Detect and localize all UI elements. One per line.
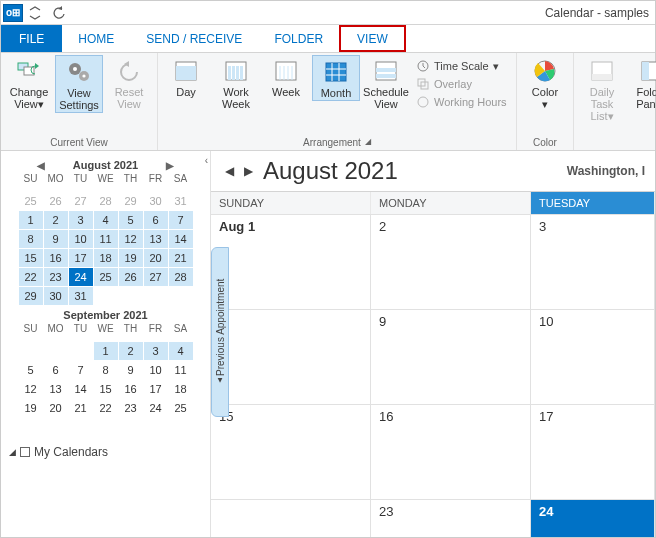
expand-icon[interactable]: ◢ — [9, 447, 16, 457]
mini-day[interactable]: 20 — [44, 399, 68, 417]
mini-day[interactable]: 21 — [169, 249, 193, 267]
mini-day[interactable]: 3 — [69, 211, 93, 229]
mini-day[interactable]: 8 — [19, 230, 43, 248]
calendar-day-cell[interactable]: 10 — [531, 309, 655, 404]
mini-day[interactable]: 29 — [119, 192, 143, 210]
mini-day[interactable]: 6 — [144, 211, 168, 229]
mini-day[interactable]: 22 — [94, 399, 118, 417]
week-button[interactable]: Week — [262, 55, 310, 99]
work-week-button[interactable]: Work Week — [212, 55, 260, 111]
mini-day[interactable]: 22 — [19, 268, 43, 286]
mini-day[interactable]: 28 — [169, 268, 193, 286]
prev-month-icon[interactable]: ◀ — [37, 160, 45, 171]
mini-day[interactable]: 2 — [119, 342, 143, 360]
month-button[interactable]: Month — [312, 55, 360, 101]
mini-day[interactable]: 7 — [69, 361, 93, 379]
mini-day[interactable]: 4 — [169, 342, 193, 360]
mini-day[interactable]: 30 — [144, 192, 168, 210]
view-settings-button[interactable]: View Settings — [55, 55, 103, 113]
mini-day[interactable]: 14 — [169, 230, 193, 248]
mini-day[interactable]: 31 — [69, 287, 93, 305]
schedule-view-button[interactable]: Schedule View — [362, 55, 410, 111]
tab-home[interactable]: HOME — [62, 25, 130, 52]
mini-day[interactable]: 18 — [169, 380, 193, 398]
mini-day[interactable]: 9 — [44, 230, 68, 248]
calendar-day-cell[interactable]: 2 — [371, 214, 531, 309]
mini-day[interactable]: 19 — [19, 399, 43, 417]
mini-day[interactable]: 10 — [69, 230, 93, 248]
mini-day[interactable]: 26 — [119, 268, 143, 286]
mini-day[interactable]: 16 — [44, 249, 68, 267]
mini-day[interactable]: 5 — [19, 361, 43, 379]
mini-day[interactable]: 16 — [119, 380, 143, 398]
mini-day[interactable]: 27 — [144, 268, 168, 286]
calendar-day-cell[interactable] — [211, 499, 371, 537]
mini-day[interactable]: 30 — [44, 287, 68, 305]
calendar-day-cell[interactable]: 23 — [371, 499, 531, 537]
mini-day[interactable]: 13 — [44, 380, 68, 398]
time-scale-button[interactable]: Time Scale ▾ — [412, 58, 512, 74]
tab-view[interactable]: VIEW — [339, 25, 406, 52]
mini-day[interactable]: 20 — [144, 249, 168, 267]
mini-day[interactable]: 15 — [19, 249, 43, 267]
mini-day[interactable]: 1 — [19, 211, 43, 229]
mini-day[interactable]: 25 — [19, 192, 43, 210]
collapse-pane-icon[interactable]: ‹ — [205, 155, 208, 166]
color-button[interactable]: Color▾ — [521, 55, 569, 111]
mini-day[interactable]: 25 — [94, 268, 118, 286]
calendar-day-cell[interactable]: 24 — [531, 499, 655, 537]
mini-day[interactable]: 5 — [119, 211, 143, 229]
mini-day[interactable]: 11 — [94, 230, 118, 248]
reset-view-button[interactable]: Reset View — [105, 55, 153, 111]
day-button[interactable]: Day — [162, 55, 210, 99]
mini-day[interactable]: 8 — [94, 361, 118, 379]
month-next-icon[interactable]: ▶ — [244, 164, 253, 178]
mini-day[interactable]: 17 — [144, 380, 168, 398]
calendar-day-cell[interactable]: 16 — [371, 404, 531, 499]
qat-undo-icon[interactable] — [50, 4, 68, 22]
mini-day[interactable]: 28 — [94, 192, 118, 210]
mini-day[interactable]: 23 — [119, 399, 143, 417]
qat-sendreceive-icon[interactable] — [26, 4, 44, 22]
mini-day[interactable]: 2 — [44, 211, 68, 229]
calendar-day-cell[interactable]: 15 — [211, 404, 371, 499]
checkbox-icon[interactable] — [20, 447, 30, 457]
calendar-day-cell[interactable]: 17 — [531, 404, 655, 499]
mini-day[interactable]: 10 — [144, 361, 168, 379]
mini-day[interactable]: 19 — [119, 249, 143, 267]
mini-day[interactable]: 21 — [69, 399, 93, 417]
mini-day[interactable]: 9 — [119, 361, 143, 379]
previous-appointment-tab[interactable]: ▲ Previous Appointment — [211, 247, 229, 417]
folder-pane-button[interactable]: Folder Pane▾ — [628, 55, 656, 111]
tab-file[interactable]: FILE — [1, 25, 62, 52]
calendar-day-cell[interactable]: 3 — [531, 214, 655, 309]
mini-day[interactable]: 6 — [44, 361, 68, 379]
mini-day[interactable]: 14 — [69, 380, 93, 398]
next-month-icon[interactable]: ▶ — [166, 160, 174, 171]
mini-day[interactable]: 4 — [94, 211, 118, 229]
mini-day[interactable]: 27 — [69, 192, 93, 210]
mini-day[interactable]: 12 — [119, 230, 143, 248]
mini-day[interactable]: 29 — [19, 287, 43, 305]
mini-day[interactable]: 31 — [169, 192, 193, 210]
mini-day[interactable]: 15 — [94, 380, 118, 398]
mini-day[interactable]: 23 — [44, 268, 68, 286]
tab-folder[interactable]: FOLDER — [258, 25, 339, 52]
mini-day[interactable]: 24 — [144, 399, 168, 417]
mini-day[interactable]: 17 — [69, 249, 93, 267]
month-prev-icon[interactable]: ◀ — [225, 164, 234, 178]
calendar-grid[interactable]: Aug 12389101516172324 — [211, 214, 655, 537]
mini-day[interactable]: 11 — [169, 361, 193, 379]
mini-day[interactable]: 18 — [94, 249, 118, 267]
my-calendars-node[interactable]: ◢My Calendars — [9, 445, 202, 459]
calendar-day-cell[interactable]: Aug 1 — [211, 214, 371, 309]
mini-day[interactable]: 7 — [169, 211, 193, 229]
mini-day[interactable]: 24 — [69, 268, 93, 286]
calendar-day-cell[interactable]: 9 — [371, 309, 531, 404]
change-view-button[interactable]: Change View▾ — [5, 55, 53, 111]
mini-day[interactable]: 26 — [44, 192, 68, 210]
tab-send-receive[interactable]: SEND / RECEIVE — [130, 25, 258, 52]
mini-day[interactable]: 25 — [169, 399, 193, 417]
mini-day[interactable]: 12 — [19, 380, 43, 398]
mini-day[interactable]: 3 — [144, 342, 168, 360]
